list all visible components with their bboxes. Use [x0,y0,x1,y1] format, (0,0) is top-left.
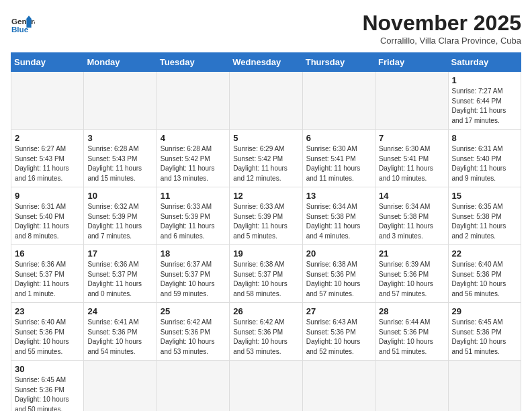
calendar-cell: 4Sunrise: 6:28 AM Sunset: 5:42 PM Daylig… [157,130,229,187]
calendar-cell: 17Sunrise: 6:36 AM Sunset: 5:37 PM Dayli… [84,245,157,303]
header-day-monday: Monday [84,53,157,72]
day-number: 20 [306,248,371,259]
calendar-cell: 18Sunrise: 6:37 AM Sunset: 5:37 PM Dayli… [157,245,229,303]
calendar-cell: 3Sunrise: 6:28 AM Sunset: 5:43 PM Daylig… [84,130,157,187]
day-number: 8 [452,133,517,143]
day-number: 18 [161,248,226,259]
calendar-cell: 26Sunrise: 6:42 AM Sunset: 5:36 PM Dayli… [230,303,302,361]
calendar-week-row: 9Sunrise: 6:31 AM Sunset: 5:40 PM Daylig… [11,187,521,245]
day-info: Sunrise: 6:42 AM Sunset: 5:36 PM Dayligh… [233,318,298,357]
day-number: 13 [306,191,371,201]
header-day-tuesday: Tuesday [157,53,229,72]
page-header: General Blue November 2025 Corralillo, V… [11,11,521,46]
calendar-cell: 14Sunrise: 6:34 AM Sunset: 5:38 PM Dayli… [375,187,448,245]
calendar-cell: 1Sunrise: 7:27 AM Sunset: 6:44 PM Daylig… [448,72,521,130]
calendar-week-row: 23Sunrise: 6:40 AM Sunset: 5:36 PM Dayli… [11,303,521,361]
day-number: 21 [379,248,444,259]
day-info: Sunrise: 6:32 AM Sunset: 5:39 PM Dayligh… [87,202,152,241]
calendar-cell: 23Sunrise: 6:40 AM Sunset: 5:36 PM Dayli… [11,303,84,361]
day-number: 27 [306,306,371,316]
day-number: 30 [15,364,80,374]
day-info: Sunrise: 6:42 AM Sunset: 5:36 PM Dayligh… [161,318,226,357]
calendar-cell [157,72,229,130]
day-info: Sunrise: 6:37 AM Sunset: 5:37 PM Dayligh… [161,260,226,299]
svg-text:Blue: Blue [11,25,29,34]
day-info: Sunrise: 6:38 AM Sunset: 5:36 PM Dayligh… [306,260,371,299]
calendar-cell: 12Sunrise: 6:33 AM Sunset: 5:39 PM Dayli… [230,187,302,245]
header-day-saturday: Saturday [448,53,521,72]
day-info: Sunrise: 6:44 AM Sunset: 5:36 PM Dayligh… [379,318,444,357]
day-info: Sunrise: 6:35 AM Sunset: 5:38 PM Dayligh… [452,202,517,241]
calendar-cell: 22Sunrise: 6:40 AM Sunset: 5:36 PM Dayli… [448,245,521,303]
day-number: 14 [379,191,444,201]
calendar-cell: 21Sunrise: 6:39 AM Sunset: 5:36 PM Dayli… [375,245,448,303]
header-day-sunday: Sunday [11,53,84,72]
calendar-week-row: 16Sunrise: 6:36 AM Sunset: 5:37 PM Dayli… [11,245,521,303]
day-number: 22 [452,248,517,259]
day-info: Sunrise: 6:27 AM Sunset: 5:43 PM Dayligh… [15,144,80,183]
day-number: 29 [452,306,517,316]
calendar-week-row: 30Sunrise: 6:45 AM Sunset: 5:36 PM Dayli… [11,361,521,412]
day-number: 15 [452,191,517,201]
day-info: Sunrise: 7:27 AM Sunset: 6:44 PM Dayligh… [452,87,517,126]
calendar-cell: 24Sunrise: 6:41 AM Sunset: 5:36 PM Dayli… [84,303,157,361]
calendar-cell: 2Sunrise: 6:27 AM Sunset: 5:43 PM Daylig… [11,130,84,187]
location: Corralillo, Villa Clara Province, Cuba [362,36,521,46]
day-info: Sunrise: 6:33 AM Sunset: 5:39 PM Dayligh… [161,202,226,241]
month-title: November 2025 [362,11,521,36]
calendar-cell [375,361,448,412]
day-number: 5 [233,133,298,143]
calendar-cell [230,361,302,412]
day-info: Sunrise: 6:36 AM Sunset: 5:37 PM Dayligh… [87,260,152,299]
day-number: 19 [233,248,298,259]
day-info: Sunrise: 6:28 AM Sunset: 5:43 PM Dayligh… [87,144,152,183]
day-number: 7 [379,133,444,143]
calendar-week-row: 2Sunrise: 6:27 AM Sunset: 5:43 PM Daylig… [11,130,521,187]
calendar-cell: 5Sunrise: 6:29 AM Sunset: 5:42 PM Daylig… [230,130,302,187]
day-info: Sunrise: 6:40 AM Sunset: 5:36 PM Dayligh… [452,260,517,299]
day-info: Sunrise: 6:30 AM Sunset: 5:41 PM Dayligh… [306,144,371,183]
calendar-cell: 6Sunrise: 6:30 AM Sunset: 5:41 PM Daylig… [302,130,375,187]
day-info: Sunrise: 6:45 AM Sunset: 5:36 PM Dayligh… [15,375,80,411]
calendar-cell: 25Sunrise: 6:42 AM Sunset: 5:36 PM Dayli… [157,303,229,361]
calendar-cell [157,361,229,412]
calendar-cell: 30Sunrise: 6:45 AM Sunset: 5:36 PM Dayli… [11,361,84,412]
day-info: Sunrise: 6:29 AM Sunset: 5:42 PM Dayligh… [233,144,298,183]
calendar-cell [448,361,521,412]
day-info: Sunrise: 6:31 AM Sunset: 5:40 PM Dayligh… [15,202,80,241]
calendar-cell: 8Sunrise: 6:31 AM Sunset: 5:40 PM Daylig… [448,130,521,187]
day-number: 28 [379,306,444,316]
calendar-cell [84,72,157,130]
day-number: 16 [15,248,80,259]
day-number: 10 [87,191,152,201]
day-number: 2 [15,133,80,143]
calendar-cell [375,72,448,130]
day-number: 26 [233,306,298,316]
calendar-week-row: 1Sunrise: 7:27 AM Sunset: 6:44 PM Daylig… [11,72,521,130]
calendar-cell: 9Sunrise: 6:31 AM Sunset: 5:40 PM Daylig… [11,187,84,245]
day-info: Sunrise: 6:43 AM Sunset: 5:36 PM Dayligh… [306,318,371,357]
logo-icon: General Blue [11,11,35,35]
calendar-cell: 11Sunrise: 6:33 AM Sunset: 5:39 PM Dayli… [157,187,229,245]
day-number: 12 [233,191,298,201]
day-number: 6 [306,133,371,143]
calendar-cell [84,361,157,412]
day-info: Sunrise: 6:45 AM Sunset: 5:36 PM Dayligh… [452,318,517,357]
header-day-thursday: Thursday [302,53,375,72]
day-info: Sunrise: 6:41 AM Sunset: 5:36 PM Dayligh… [87,318,152,357]
calendar-cell: 15Sunrise: 6:35 AM Sunset: 5:38 PM Dayli… [448,187,521,245]
day-info: Sunrise: 6:40 AM Sunset: 5:36 PM Dayligh… [15,318,80,357]
calendar-cell: 27Sunrise: 6:43 AM Sunset: 5:36 PM Dayli… [302,303,375,361]
calendar-cell [230,72,302,130]
calendar-cell: 7Sunrise: 6:30 AM Sunset: 5:41 PM Daylig… [375,130,448,187]
day-info: Sunrise: 6:31 AM Sunset: 5:40 PM Dayligh… [452,144,517,183]
calendar-header-row: SundayMondayTuesdayWednesdayThursdayFrid… [11,53,521,72]
day-number: 24 [87,306,152,316]
calendar-cell: 16Sunrise: 6:36 AM Sunset: 5:37 PM Dayli… [11,245,84,303]
calendar-cell: 19Sunrise: 6:38 AM Sunset: 5:37 PM Dayli… [230,245,302,303]
day-info: Sunrise: 6:39 AM Sunset: 5:36 PM Dayligh… [379,260,444,299]
day-number: 1 [452,75,517,85]
day-info: Sunrise: 6:34 AM Sunset: 5:38 PM Dayligh… [306,202,371,241]
header-day-friday: Friday [375,53,448,72]
day-number: 25 [161,306,226,316]
